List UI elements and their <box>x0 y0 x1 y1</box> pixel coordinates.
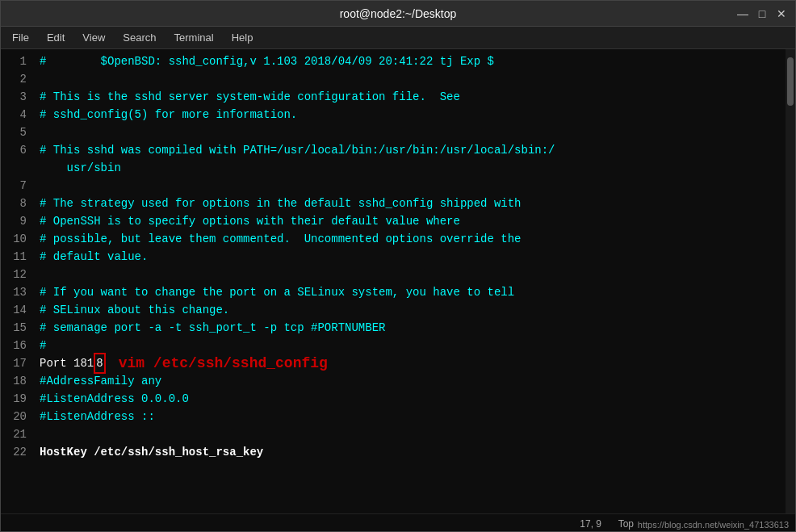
line-num-17: 17 <box>7 354 27 372</box>
line-num-11: 11 <box>7 248 27 266</box>
vim-annotation: vim /etc/ssh/sshd_config <box>119 354 328 372</box>
line-num-16: 16 <box>7 337 27 354</box>
code-line-18: #AddressFamily any <box>40 372 779 390</box>
line-numbers: 1 2 3 4 5 6 · 7 8 9 10 11 12 13 14 15 16… <box>1 49 33 513</box>
code-line-10: # possible, but leave them commented. Un… <box>40 230 779 248</box>
line-num-5: 5 <box>7 124 27 141</box>
status-bar: https://blog.csdn.net/weixin_47133613 17… <box>1 513 795 531</box>
code-line-5 <box>40 124 779 141</box>
line-num-3: 3 <box>7 88 27 106</box>
window-controls: — □ ✕ <box>735 6 789 21</box>
menu-edit[interactable]: Edit <box>39 28 73 47</box>
code-line-21 <box>40 425 779 443</box>
terminal-content: 1 2 3 4 5 6 · 7 8 9 10 11 12 13 14 15 16… <box>1 49 795 513</box>
code-line-4: # sshd_config(5) for more information. <box>40 106 779 124</box>
line-num-10: 10 <box>7 230 27 248</box>
code-line-16: # <box>40 337 779 354</box>
code-line-12 <box>40 266 779 283</box>
line-num-8: 8 <box>7 195 27 212</box>
code-line-8: # The strategy used for options in the d… <box>40 195 779 212</box>
line-num-9: 9 <box>7 212 27 230</box>
line-num-21: 21 <box>7 425 27 443</box>
line-num-2: 2 <box>7 70 27 88</box>
scrollbar[interactable] <box>786 49 795 513</box>
code-line-3: # This is the sshd server system-wide co… <box>40 88 779 106</box>
code-line-17: Port 1818 vim /etc/ssh/sshd_config <box>40 354 779 372</box>
port-number-highlight: 8 <box>94 353 105 374</box>
line-num-6: 6 <box>7 141 27 159</box>
menu-file[interactable]: File <box>4 28 37 47</box>
code-line-20: #ListenAddress :: <box>40 408 779 425</box>
code-line-9: # OpenSSH is to specify options with the… <box>40 212 779 230</box>
port-label: Port 181 <box>40 354 94 372</box>
line-num-22: 22 <box>7 443 27 461</box>
scroll-position: Top <box>618 518 634 530</box>
line-num-20: 20 <box>7 408 27 425</box>
line-num-15: 15 <box>7 319 27 337</box>
code-line-19: #ListenAddress 0.0.0.0 <box>40 390 779 408</box>
menu-search[interactable]: Search <box>115 28 164 47</box>
terminal-window: root@node2:~/Desktop — □ ✕ File Edit Vie… <box>0 0 796 532</box>
window-title: root@node2:~/Desktop <box>340 7 457 20</box>
line-num-19: 19 <box>7 390 27 408</box>
cursor-position: 17, 9 <box>580 518 601 530</box>
code-line-14: # SELinux about this change. <box>40 301 779 319</box>
line-num-13: 13 <box>7 283 27 301</box>
title-bar: root@node2:~/Desktop — □ ✕ <box>1 1 795 27</box>
menu-terminal[interactable]: Terminal <box>166 28 222 47</box>
line-num-12: 12 <box>7 266 27 283</box>
line-num-1: 1 <box>7 52 27 70</box>
scrollbar-thumb[interactable] <box>787 57 794 106</box>
menu-view[interactable]: View <box>74 28 113 47</box>
close-button[interactable]: ✕ <box>774 6 789 21</box>
code-line-6b: usr/sbin <box>40 159 779 177</box>
code-line-7 <box>40 177 779 195</box>
code-line-11: # default value. <box>40 248 779 266</box>
menu-bar: File Edit View Search Terminal Help <box>1 27 795 49</box>
code-line-2 <box>40 70 779 88</box>
watermark-text: https://blog.csdn.net/weixin_47133613 <box>638 520 789 530</box>
code-line-6: # This sshd was compiled with PATH=/usr/… <box>40 141 779 159</box>
code-area[interactable]: # $OpenBSD: sshd_config,v 1.103 2018/04/… <box>33 49 786 513</box>
maximize-button[interactable]: □ <box>755 6 769 21</box>
line-num-6b: · <box>7 159 27 177</box>
line-num-14: 14 <box>7 301 27 319</box>
code-line-1: # $OpenBSD: sshd_config,v 1.103 2018/04/… <box>40 52 779 70</box>
line-num-4: 4 <box>7 106 27 124</box>
code-line-22: HostKey /etc/ssh/ssh_host_rsa_key <box>40 443 779 461</box>
menu-help[interactable]: Help <box>224 28 262 47</box>
line-num-18: 18 <box>7 372 27 390</box>
code-line-13: # If you want to change the port on a SE… <box>40 283 779 301</box>
line-num-7: 7 <box>7 177 27 195</box>
minimize-button[interactable]: — <box>735 6 750 21</box>
code-line-15: # semanage port -a -t ssh_port_t -p tcp … <box>40 319 779 337</box>
